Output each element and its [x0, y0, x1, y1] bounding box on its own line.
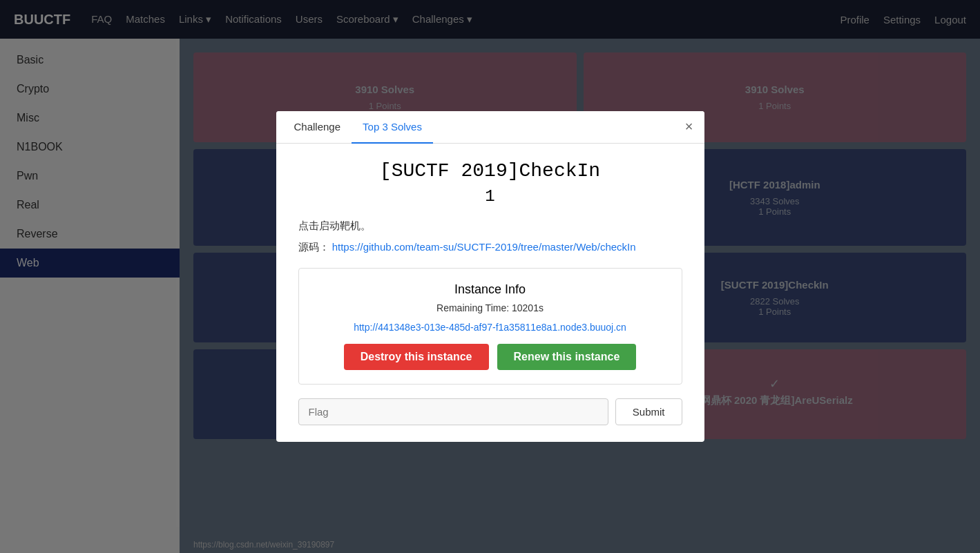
modal-body: [SUCTF 2019]CheckIn 1 点击启动靶机。 源码： https:… — [276, 144, 704, 442]
source-label: 源码： — [298, 241, 329, 253]
tab-top3[interactable]: Top 3 Solves — [352, 111, 433, 144]
submit-button[interactable]: Submit — [615, 398, 682, 425]
modal-points: 1 — [298, 187, 682, 206]
modal-close-button[interactable]: × — [685, 119, 693, 133]
source-link[interactable]: https://github.com/team-su/SUCTF-2019/tr… — [332, 241, 636, 253]
flag-section: Submit — [298, 398, 682, 425]
instance-buttons: Destroy this instance Renew this instanc… — [313, 344, 668, 370]
renew-instance-button[interactable]: Renew this instance — [497, 344, 637, 370]
modal-title: [SUCTF 2019]CheckIn — [298, 160, 682, 182]
instance-link[interactable]: http://441348e3-013e-485d-af97-f1a35811e… — [313, 322, 668, 333]
tab-challenge[interactable]: Challenge — [283, 111, 352, 144]
flag-input[interactable] — [298, 398, 608, 425]
modal-description: 点击启动靶机。 — [298, 220, 682, 233]
modal-overlay[interactable]: Challenge Top 3 Solves × [SUCTF 2019]Che… — [0, 0, 980, 553]
modal: Challenge Top 3 Solves × [SUCTF 2019]Che… — [276, 111, 704, 442]
instance-time: Remaining Time: 10201s — [313, 302, 668, 313]
modal-source: 源码： https://github.com/team-su/SUCTF-201… — [298, 241, 682, 254]
modal-tabs: Challenge Top 3 Solves × — [276, 111, 704, 144]
instance-title: Instance Info — [313, 282, 668, 297]
instance-box: Instance Info Remaining Time: 10201s htt… — [298, 268, 682, 385]
destroy-instance-button[interactable]: Destroy this instance — [344, 344, 489, 370]
